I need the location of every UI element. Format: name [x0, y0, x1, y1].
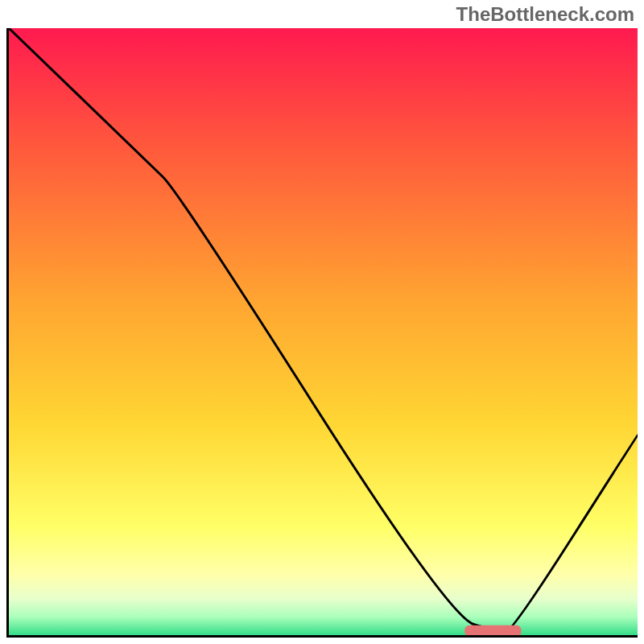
curve-layer [9, 28, 638, 635]
watermark-text: TheBottleneck.com [456, 3, 634, 26]
bottleneck-curve [9, 28, 638, 632]
chart-container: TheBottleneck.com [0, 0, 644, 644]
plot-area [6, 28, 638, 638]
optimal-marker [464, 625, 521, 635]
